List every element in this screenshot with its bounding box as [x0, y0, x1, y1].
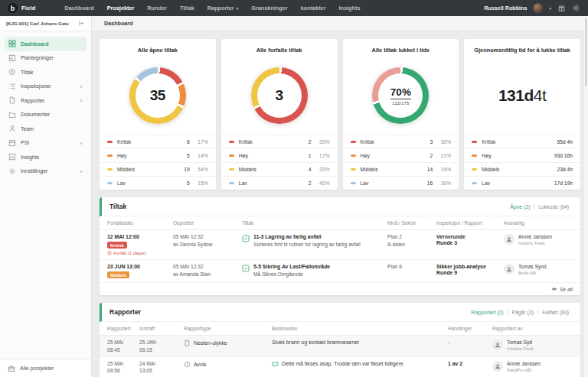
document-icon	[184, 340, 191, 346]
avatar	[492, 361, 503, 372]
deviation-icon	[184, 361, 191, 368]
legend-row: Høy93d 16h	[464, 148, 580, 162]
grid-icon	[8, 40, 16, 47]
nav-granskninger[interactable]: Granskninger	[251, 5, 287, 11]
sidebar-item-rapporter[interactable]: Rapporter ∨	[5, 93, 87, 108]
legend-chip	[472, 154, 477, 157]
gear-icon	[8, 167, 16, 175]
floorplan-icon	[8, 54, 16, 62]
tab-lukkede[interactable]: Lukkede (64)	[534, 204, 573, 210]
report-icon	[8, 96, 16, 104]
nav-rapporter[interactable]: Rapporter▾	[207, 5, 238, 11]
donut-center-fraction: 122/175	[390, 99, 410, 106]
chart-icon	[8, 153, 16, 161]
person-icon	[8, 125, 16, 132]
card-title: Alle tiltak lukket i tide	[343, 47, 459, 54]
rapport-row[interactable]: 25 MAI 08:45 25 JAN 06:15 Nesten-ulykke …	[100, 336, 580, 357]
rapport-row[interactable]: 25 MAI 09:56 24 MAI 13:05 Avvik Dette må…	[100, 357, 580, 377]
tab-apne[interactable]: Åpne (2)	[506, 204, 534, 210]
rapporter-section-title: Rapporter	[109, 308, 141, 316]
top-navbar: b Field Dashboard Prosjekter Runder Tilt…	[0, 0, 588, 16]
all-projects-button[interactable]: Alle prosjekter	[0, 359, 91, 377]
donut-chart-open-tiltak: 35	[129, 67, 186, 124]
top-nav-items: Dashboard Prosjekter Runder Tiltak Rappo…	[65, 5, 361, 11]
tiltak-type-icon	[242, 235, 250, 242]
project-selector[interactable]: [KJG-001] Carl Johans Gate	[6, 21, 69, 26]
sidebar-item-psi[interactable]: PSI ∨	[5, 136, 87, 151]
target-icon	[8, 68, 16, 76]
folder-icon	[8, 111, 16, 119]
legend-row: Lav17d 19h	[464, 176, 580, 190]
avg-close-time-value: 131d4t	[464, 58, 580, 133]
legend-row: Middels420%	[221, 162, 338, 176]
sidebar-item-insights[interactable]: Insights	[5, 150, 87, 164]
legend-row: Lav515%	[100, 176, 216, 190]
breadcrumb: Dashboard	[104, 20, 133, 27]
legend: Kritisk233% Høy117% Middels420% Lav240%	[221, 135, 338, 190]
card-title: Gjennomsnittlig tid for å lukke tiltak	[464, 47, 580, 54]
tiltak-row[interactable]: 23 JUN 13:00 Middels 05 MAI 12:32 av Ama…	[100, 260, 580, 283]
overdue-label: Forfalt (1 dager)	[107, 251, 173, 255]
tab-fullfort[interactable]: Fullført (83)	[537, 310, 573, 315]
legend-chip	[472, 182, 477, 184]
legend-chip	[107, 141, 113, 143]
legend-chip	[472, 141, 477, 143]
rapporter-table-header: Rapportert Inntraff Rapporttype Beskrive…	[100, 322, 580, 336]
legend-row: Middels23d 4h	[464, 162, 580, 176]
tiltak-table-header: Forfallsdato Opprettet Tiltak Nivå / Sek…	[100, 216, 580, 230]
tiltak-type-icon	[242, 265, 250, 272]
legend-row: Middels1419%	[343, 162, 459, 176]
scrollbar[interactable]	[584, 16, 588, 377]
legend-row: Høy117%	[221, 148, 338, 162]
legend-chip	[107, 168, 113, 171]
sidebar-item-dashboard[interactable]: Dashboard	[5, 37, 87, 51]
nav-tiltak[interactable]: Tiltak	[180, 5, 194, 11]
sidebar-item-tiltak[interactable]: Tiltak	[5, 65, 87, 80]
legend-chip	[107, 182, 113, 184]
sidebar-item-plantegninger[interactable]: Plantegninger	[5, 51, 87, 66]
user-menu-chevron-icon[interactable]: ▾	[549, 6, 551, 11]
nav-dashboard[interactable]: Dashboard	[65, 5, 94, 11]
sidebar-item-innstillinger[interactable]: Innstillinger ∨	[5, 164, 87, 179]
tiltak-row[interactable]: 12 MAI 12:00 Kritisk Forfalt (1 dager) 0…	[100, 230, 580, 260]
legend-row: Høy514%	[100, 148, 216, 162]
legend-chip	[351, 182, 356, 184]
legend: Kritisk55d 4h Høy93d 16h Middels23d 4h L…	[464, 135, 580, 190]
sidebar-item-team[interactable]: Team	[5, 122, 87, 136]
rapporter-section: Rapporter Rapportert (2) Pågår (2) Fullf…	[100, 303, 580, 377]
priority-badge: Middels	[107, 271, 129, 278]
legend-row: Lav1630%	[343, 176, 459, 190]
nav-runder[interactable]: Runder	[147, 5, 167, 11]
board-icon	[8, 139, 16, 147]
sidebar-item-dokumenter[interactable]: Dokumenter	[5, 108, 87, 122]
brand-name: Field	[21, 5, 36, 11]
breadcrumb-bar: Dashboard	[92, 16, 588, 31]
sidebar-menu: Dashboard Plantegninger Tiltak Inspeksjo…	[0, 31, 91, 359]
gift-icon[interactable]	[557, 4, 566, 12]
nav-prosjekter[interactable]: Prosjekter	[107, 5, 135, 11]
legend-chip	[107, 154, 113, 157]
card-avg-close-time: Gjennomsnittlig tid for å lukke tiltak 1…	[464, 39, 580, 190]
user-avatar[interactable]	[533, 3, 543, 13]
donut-chart-closed-on-time: 70% 122/175	[372, 67, 429, 124]
gear-icon[interactable]	[572, 4, 580, 12]
tab-pagar[interactable]: Pågår (2)	[508, 310, 537, 315]
tiltak-section-title: Tiltak	[109, 203, 126, 210]
collapse-sidebar-icon[interactable]	[78, 20, 85, 27]
card-closed-on-time: Alle tiltak lukket i tide 70% 122/175 Kr…	[343, 39, 459, 190]
scrollbar-thumb[interactable]	[585, 18, 587, 86]
nav-kontakter[interactable]: kontakter	[301, 5, 326, 11]
app-logo-icon[interactable]: b	[8, 3, 18, 13]
donut-center-percent: 70%	[390, 86, 411, 98]
checklist-icon	[8, 83, 16, 90]
legend-chip	[351, 168, 356, 171]
legend-row: Kritisk55d 4h	[464, 135, 580, 148]
sidebar-item-inspeksjoner[interactable]: Inspeksjoner ∨	[5, 80, 87, 94]
comment-icon	[272, 361, 279, 368]
user-name[interactable]: Russell Robbins	[484, 5, 527, 11]
legend-row: Lav240%	[221, 176, 338, 190]
tab-rapportert[interactable]: Rapportert (2)	[467, 310, 507, 315]
legend-chip	[229, 141, 234, 143]
nav-insights[interactable]: Insights	[339, 5, 361, 11]
see-all-link[interactable]: Se alt	[100, 283, 580, 295]
